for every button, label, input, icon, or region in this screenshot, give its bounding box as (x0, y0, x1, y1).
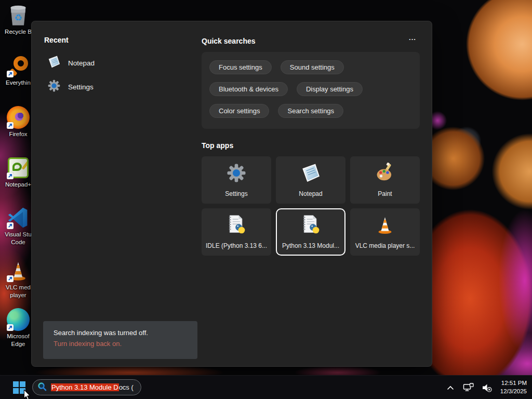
ellipsis-icon: ... (409, 34, 416, 42)
tile-label: Settings (225, 190, 247, 197)
search-query-text: Python 3.13 Module Docs ( (51, 383, 134, 391)
desktop-icon-everything[interactable]: Everythin (2, 54, 34, 87)
search-icon (37, 382, 47, 393)
python-document-icon (226, 215, 247, 237)
network-ethernet-icon[interactable] (463, 380, 474, 395)
desktop-icon-visual-studio-code[interactable]: Visual StuCode (2, 206, 34, 246)
shortcut-arrow-icon (7, 324, 14, 331)
indexing-toast-message: Search indexing was turned off. (54, 329, 187, 337)
shortcut-arrow-icon (7, 122, 14, 129)
desktop-icon-recycle-bin[interactable]: ♻ Recycle B (2, 3, 34, 36)
hidden-icons-chevron-icon[interactable] (445, 380, 456, 395)
quick-search-pill-display-settings[interactable]: Display settings (297, 82, 363, 96)
screen: ♻ Recycle B Everythin Firefox N (0, 0, 532, 399)
desktop-icon-firefox[interactable]: Firefox (2, 105, 34, 138)
quick-searches-title: Quick searches (202, 37, 256, 45)
svg-text:♻: ♻ (14, 12, 22, 23)
settings-gear-icon (226, 163, 247, 185)
notepad-plus-plus-icon (6, 156, 30, 180)
windows-logo-icon (13, 381, 25, 394)
tile-label: Paint (378, 190, 392, 197)
recent-item-label: Notepad (68, 59, 95, 67)
top-app-tile-vlc[interactable]: VLC media player s... (350, 208, 420, 256)
volume-muted-icon[interactable] (481, 380, 493, 395)
desktop-icon-microsoft-edge[interactable]: MicrosofEdge (2, 308, 34, 348)
top-apps-title: Top apps (202, 141, 233, 150)
vlc-cone-icon (375, 215, 395, 237)
notepad-icon (300, 163, 321, 185)
paint-palette-icon (375, 163, 395, 185)
system-tray: 12:51 PM 12/3/2025 (445, 376, 532, 399)
desktop-icon-vlc-media-player[interactable]: VLC medplayer (2, 259, 34, 299)
recent-item-notepad[interactable]: Notepad (47, 54, 95, 72)
firefox-icon (6, 105, 30, 129)
quick-search-pill-sound-settings[interactable]: Sound settings (281, 60, 344, 74)
everything-magnifier-icon (6, 54, 30, 78)
search-flyout-panel: Recent Notepad (31, 21, 432, 367)
quick-searches-card: Focus settings Sound settings Bluetooth … (202, 52, 420, 129)
settings-gear-icon (47, 79, 61, 95)
quick-search-pill-bluetooth-devices[interactable]: Bluetooth & devices (209, 82, 288, 96)
recycle-bin-icon: ♻ (6, 3, 30, 27)
notepad-icon (47, 55, 61, 71)
selected-text: Python 3.13 Module D (51, 383, 119, 391)
shortcut-arrow-icon (7, 71, 14, 77)
taskbar-clock[interactable]: 12:51 PM 12/3/2025 (499, 379, 527, 395)
more-options-button[interactable]: ... (404, 34, 421, 44)
quick-search-pill-search-settings[interactable]: Search settings (278, 104, 343, 118)
shortcut-arrow-icon (7, 222, 14, 229)
recent-item-label: Settings (68, 83, 94, 91)
top-app-tile-paint[interactable]: Paint (350, 156, 420, 204)
tile-label: Python 3.13 Modul... (282, 242, 339, 249)
recent-item-settings[interactable]: Settings (47, 78, 94, 96)
visual-studio-code-icon (6, 206, 30, 230)
clock-date: 12/3/2025 (500, 388, 527, 396)
top-app-tile-python-module-docs[interactable]: Python 3.13 Modul... (276, 208, 345, 256)
top-app-tile-idle-python[interactable]: IDLE (Python 3.13 6... (202, 208, 271, 256)
tile-label: Notepad (299, 190, 322, 197)
shortcut-arrow-icon (7, 275, 14, 282)
start-button[interactable] (8, 376, 30, 399)
top-app-tile-notepad[interactable]: Notepad (276, 156, 345, 204)
top-app-tile-settings[interactable]: Settings (202, 156, 271, 204)
quick-search-pill-color-settings[interactable]: Color settings (209, 104, 269, 118)
indexing-toast: Search indexing was turned off. Turn ind… (43, 321, 197, 359)
microsoft-edge-icon (6, 308, 30, 331)
tile-label: VLC media player s... (355, 242, 415, 249)
top-apps-grid: Settings Notepad (202, 156, 425, 256)
tile-label: IDLE (Python 3.13 6... (206, 242, 267, 249)
clock-time: 12:51 PM (500, 379, 527, 388)
taskbar-search-input[interactable]: Python 3.13 Module Docs ( (32, 379, 141, 395)
quick-search-pill-focus-settings[interactable]: Focus settings (209, 60, 272, 74)
taskbar: Python 3.13 Module Docs ( (0, 375, 532, 399)
python-document-icon (300, 215, 321, 237)
turn-indexing-on-link[interactable]: Turn indexing back on. (54, 340, 187, 348)
desktop-icon-notepad-plus-plus[interactable]: Notepad+ (2, 156, 34, 189)
recent-section-title: Recent (44, 36, 69, 44)
vlc-cone-icon (6, 259, 30, 283)
shortcut-arrow-icon (7, 172, 14, 179)
